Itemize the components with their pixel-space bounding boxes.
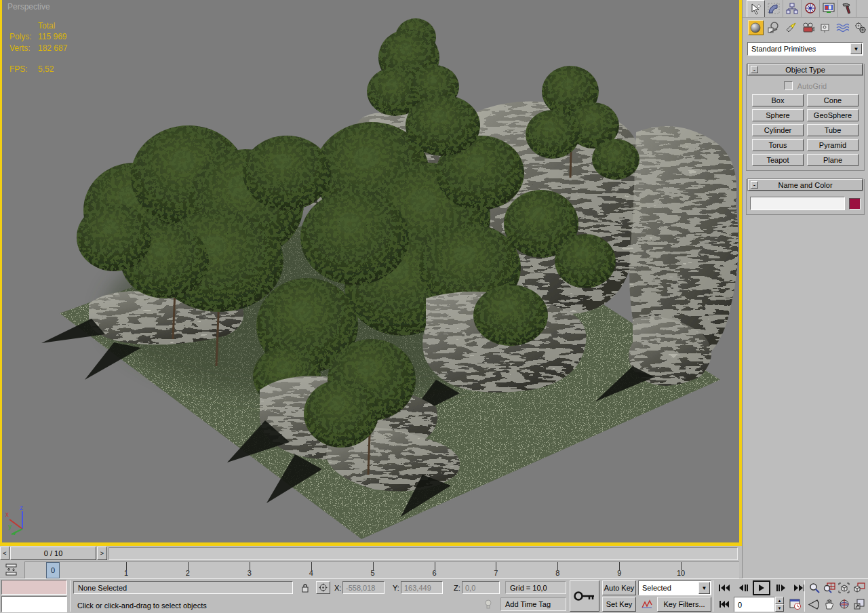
key-filter-dropdown-arrow[interactable]: ▼ xyxy=(698,582,710,594)
tab-motion[interactable] xyxy=(802,0,820,17)
sphere-button[interactable]: Sphere xyxy=(752,109,804,121)
prompt-line: Click or click-and-drag to select object… xyxy=(73,599,475,612)
tab-utilities[interactable] xyxy=(838,0,856,17)
go-to-start-icon xyxy=(719,585,730,591)
current-frame-marker[interactable]: 0 xyxy=(46,562,60,578)
absolute-mode-icon xyxy=(319,583,328,592)
open-mini-curve-editor-button[interactable] xyxy=(2,563,20,576)
tab-modify[interactable] xyxy=(765,0,783,17)
pan-hand-icon xyxy=(824,599,835,610)
box-button[interactable]: Box xyxy=(752,94,804,106)
frame-spinner[interactable]: ▲ ▼ xyxy=(775,597,784,612)
time-configuration-button[interactable] xyxy=(787,597,804,612)
zoom-all-button[interactable] xyxy=(822,580,836,595)
display-monitor-icon xyxy=(822,2,835,15)
category-lights[interactable] xyxy=(783,20,798,35)
tab-create[interactable] xyxy=(747,0,765,17)
tangent-curve-icon xyxy=(642,599,652,609)
next-frame-arrow-button[interactable]: > xyxy=(97,547,107,560)
timeline-ruler[interactable]: 12345678910 0 xyxy=(24,561,739,578)
object-name-input[interactable] xyxy=(750,197,845,210)
y-coord-field[interactable]: 163,449 xyxy=(401,581,443,594)
motion-wheel-icon xyxy=(804,2,817,15)
selection-lock-toggle[interactable] xyxy=(298,582,312,594)
zoom-button[interactable] xyxy=(807,580,821,595)
category-shapes[interactable] xyxy=(766,20,781,35)
zoom-magnifier-icon xyxy=(809,582,820,593)
category-geometry[interactable] xyxy=(748,20,764,35)
next-frame-button[interactable] xyxy=(772,580,789,595)
axis-z-label: z xyxy=(20,504,23,511)
object-type-rollout-header[interactable]: - Object Type xyxy=(748,64,863,75)
previous-frame-arrow-button[interactable]: < xyxy=(0,547,9,560)
stats-fps-label: FPS: xyxy=(9,64,38,74)
category-systems[interactable] xyxy=(852,20,868,35)
default-tangent-button[interactable] xyxy=(638,597,655,612)
add-time-tag-button[interactable]: Add Time Tag xyxy=(500,597,566,611)
autogrid-checkbox[interactable] xyxy=(784,81,793,90)
selection-status-field: None Selected xyxy=(73,581,293,594)
tab-display[interactable] xyxy=(820,0,838,17)
time-slider-track[interactable] xyxy=(108,547,738,560)
current-frame-field[interactable]: 0 xyxy=(734,597,774,612)
min-max-toggle-icon xyxy=(854,599,865,610)
category-space-warps[interactable] xyxy=(835,20,851,35)
set-key-label: Set Key xyxy=(606,600,633,608)
play-animation-button[interactable] xyxy=(753,580,770,595)
torus-button[interactable]: Torus xyxy=(752,139,804,151)
arc-rotate-button[interactable] xyxy=(837,597,851,612)
zoom-extents-all-icon xyxy=(853,582,865,593)
systems-gears-icon xyxy=(854,22,867,34)
name-color-rollout-header[interactable]: - Name and Color xyxy=(748,179,863,191)
zoom-extents-button[interactable] xyxy=(837,580,851,595)
set-key-button[interactable]: Set Key xyxy=(602,597,636,612)
object-type-rollout-title: Object Type xyxy=(785,66,825,74)
cylinder-button[interactable]: Cylinder xyxy=(752,124,804,136)
zoom-extents-all-button[interactable] xyxy=(852,580,866,595)
collapse-minus-icon[interactable]: - xyxy=(751,181,758,189)
plane-button[interactable]: Plane xyxy=(807,154,859,166)
auto-key-button[interactable]: Auto Key xyxy=(602,580,636,595)
pan-view-button[interactable] xyxy=(822,597,836,612)
key-filter-dropdown[interactable]: Selected ▼ xyxy=(638,580,711,595)
time-slider-thumb[interactable]: 0 / 10 xyxy=(10,547,96,560)
category-cameras[interactable] xyxy=(800,20,816,35)
key-mode-toggle-button[interactable] xyxy=(715,597,732,612)
3dsmax-window: Perspective Total Polys: 115 969 Verts: … xyxy=(0,0,868,613)
go-to-end-button[interactable] xyxy=(791,580,808,595)
utilities-hammer-icon xyxy=(840,2,854,15)
x-coord-field[interactable]: -558,018 xyxy=(342,581,384,594)
min-max-toggle-button[interactable] xyxy=(852,597,866,612)
go-to-start-button[interactable] xyxy=(715,580,732,595)
previous-frame-button[interactable] xyxy=(734,580,751,595)
spinner-down-icon[interactable]: ▼ xyxy=(775,604,784,612)
category-helpers[interactable] xyxy=(818,20,833,35)
stats-fps-value: 5,52 xyxy=(38,64,54,74)
viewport-label[interactable]: Perspective xyxy=(7,2,50,12)
perspective-viewport[interactable]: Perspective Total Polys: 115 969 Verts: … xyxy=(0,0,742,546)
teapot-button[interactable]: Teapot xyxy=(752,154,804,166)
pyramid-button[interactable]: Pyramid xyxy=(807,139,859,151)
set-keys-button[interactable] xyxy=(570,580,599,612)
tab-hierarchy[interactable] xyxy=(783,0,802,17)
absolute-mode-transform-toggle[interactable] xyxy=(316,581,330,594)
field-of-view-button[interactable] xyxy=(807,597,821,612)
object-type-rollout: - Object Type AutoGrid Box Cone Sphere G… xyxy=(746,64,865,171)
collapse-minus-icon[interactable]: - xyxy=(751,66,758,73)
primitives-dropdown-arrow[interactable]: ▼ xyxy=(850,43,862,54)
viewport-canvas[interactable]: Perspective Total Polys: 115 969 Verts: … xyxy=(2,0,739,542)
grid-size-text: Grid = 10,0 xyxy=(510,584,547,592)
z-coord-field[interactable]: 0,0 xyxy=(462,581,500,594)
cone-button[interactable]: Cone xyxy=(807,94,859,106)
maxscript-mini-listener-macro[interactable] xyxy=(1,580,67,595)
key-filters-button[interactable]: Key Filters... xyxy=(657,597,711,612)
spinner-up-icon[interactable]: ▲ xyxy=(775,597,784,604)
tube-button[interactable]: Tube xyxy=(807,124,859,136)
maxscript-mini-listener[interactable] xyxy=(1,596,67,612)
geosphere-button[interactable]: GeoSphere xyxy=(807,109,859,121)
object-color-swatch[interactable] xyxy=(849,198,861,210)
grid-size-display: Grid = 10,0 xyxy=(505,581,566,594)
name-color-row xyxy=(749,197,862,210)
zoom-extents-icon xyxy=(838,582,850,593)
primitives-dropdown[interactable]: Standard Primitives ▼ xyxy=(747,42,863,56)
